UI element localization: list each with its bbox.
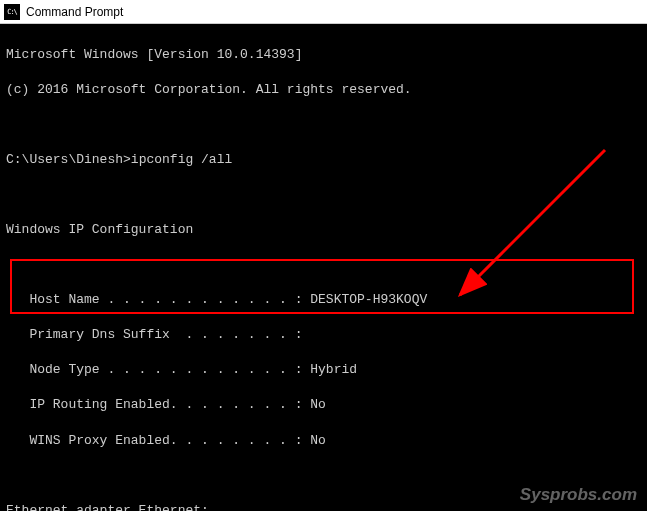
blank-line — [6, 256, 641, 274]
config-value: DESKTOP-H93KOQV — [310, 292, 427, 307]
config-label: Primary Dns Suffix . . . . . . . : — [6, 327, 302, 342]
prompt-path: C:\Users\Dinesh> — [6, 152, 131, 167]
prompt-command: ipconfig /all — [131, 152, 232, 167]
banner-line: Microsoft Windows [Version 10.0.14393] — [6, 46, 641, 64]
config-row: WINS Proxy Enabled. . . . . . . . : No — [6, 432, 641, 450]
config-value: No — [310, 433, 326, 448]
config-value: No — [310, 397, 326, 412]
config-row: Node Type . . . . . . . . . . . . : Hybr… — [6, 361, 641, 379]
config-row: IP Routing Enabled. . . . . . . . : No — [6, 396, 641, 414]
config-label: WINS Proxy Enabled. . . . . . . . : — [6, 433, 310, 448]
prompt-line: C:\Users\Dinesh>ipconfig /all — [6, 151, 641, 169]
section-header: Windows IP Configuration — [6, 221, 641, 239]
window-title: Command Prompt — [26, 5, 123, 19]
watermark-text: Sysprobs.com — [520, 485, 637, 505]
terminal-output[interactable]: Microsoft Windows [Version 10.0.14393] (… — [0, 24, 647, 511]
blank-line — [6, 467, 641, 485]
config-row: Primary Dns Suffix . . . . . . . : — [6, 326, 641, 344]
window-titlebar[interactable]: Command Prompt — [0, 0, 647, 24]
config-label: Host Name . . . . . . . . . . . . : — [6, 292, 310, 307]
config-row: Host Name . . . . . . . . . . . . : DESK… — [6, 291, 641, 309]
blank-line — [6, 116, 641, 134]
config-label: IP Routing Enabled. . . . . . . . : — [6, 397, 310, 412]
cmd-icon — [4, 4, 20, 20]
banner-line: (c) 2016 Microsoft Corporation. All righ… — [6, 81, 641, 99]
blank-line — [6, 186, 641, 204]
config-label: Node Type . . . . . . . . . . . . : — [6, 362, 310, 377]
config-value: Hybrid — [310, 362, 357, 377]
